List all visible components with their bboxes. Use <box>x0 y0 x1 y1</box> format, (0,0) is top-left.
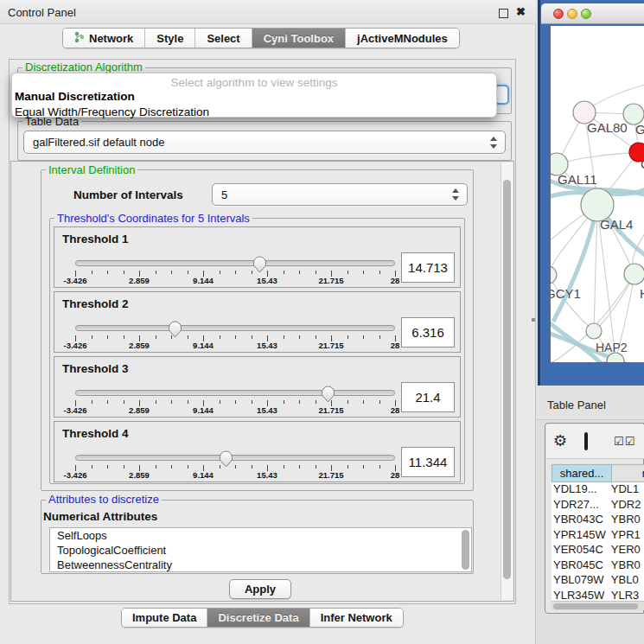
attribute-list-item[interactable]: BetweennessCentrality <box>50 558 471 572</box>
tab-impute-data[interactable]: Impute Data <box>122 609 207 627</box>
column-header-name[interactable]: n <box>612 464 644 482</box>
zoom-traffic-light-icon[interactable] <box>581 9 591 19</box>
tab-infer-network[interactable]: Infer Network <box>310 609 403 627</box>
num-intervals-combo[interactable]: 5 <box>212 183 468 206</box>
close-icon[interactable]: ✖ <box>516 5 526 18</box>
table-row[interactable]: YBR045CYBR0 <box>552 558 644 574</box>
slider-tick <box>363 271 364 274</box>
tab-network[interactable]: Network <box>63 29 145 48</box>
table-horizontal-scrollbar[interactable] <box>552 601 644 610</box>
slider-track[interactable] <box>75 260 395 266</box>
column-header-shared[interactable]: shared... <box>552 464 612 482</box>
threshold-value-field[interactable]: 6.316 <box>401 317 455 348</box>
algorithm-placeholder: Select algorithm to view settings <box>12 73 496 89</box>
tab-jactivemnodules[interactable]: jActiveMNodules <box>346 29 459 48</box>
slider-track[interactable] <box>75 455 395 461</box>
cell-name: YDR2 <box>611 498 644 513</box>
cell-shared-name: YDL19... <box>552 482 611 498</box>
cell-name: YLR3 <box>611 589 644 602</box>
float-window-icon[interactable] <box>499 9 508 18</box>
tab-cyni-toolbox[interactable]: Cyni Toolbox <box>252 29 346 48</box>
cell-shared-name: YBR043C <box>552 513 611 528</box>
threshold-value-field[interactable]: 21.4 <box>401 382 455 412</box>
table-row[interactable]: YLR345WYLR3 <box>552 589 644 602</box>
discretization-algorithm-label: Discretization Algorithm <box>22 61 145 73</box>
slider-tick <box>171 335 172 339</box>
threshold-value-field[interactable]: 11.344 <box>401 447 455 477</box>
slider-tick <box>348 400 348 404</box>
numerical-attributes-list[interactable]: SelfLoopsTopologicalCoefficientBetweenne… <box>49 527 472 572</box>
slider-tick <box>316 335 316 339</box>
attribute-list-item[interactable]: SelfLoops <box>50 528 471 543</box>
table-row[interactable]: YER054CYER0 <box>552 543 644 558</box>
tab-select[interactable]: Select <box>195 29 252 48</box>
interval-definition-label: Interval Definition <box>46 164 137 175</box>
node-hap2[interactable] <box>586 323 602 339</box>
slider-tick <box>107 335 108 339</box>
threshold-box: Threshold 2-3.4262.8599.14415.4321.71528… <box>54 291 461 353</box>
threshold-label: Threshold 1 <box>62 233 129 245</box>
threshold-label: Threshold 2 <box>62 297 129 310</box>
minimize-traffic-light-icon[interactable] <box>567 9 577 19</box>
scrollbar-thumb[interactable] <box>553 603 638 609</box>
slider-tick <box>92 271 92 274</box>
tick-label: 21.715 <box>318 405 343 415</box>
slider-track[interactable] <box>75 325 395 331</box>
algorithm-option[interactable]: Manual Discretization <box>12 89 496 105</box>
table-panel-title: Table Panel <box>547 399 606 411</box>
splitter-grip[interactable] <box>532 318 535 322</box>
cell-shared-name: YPR145W <box>552 528 611 544</box>
network-canvas[interactable]: GAL80GACGAL11GAL4GCY1HHAP2 <box>550 26 644 362</box>
vertical-scrollbar[interactable] <box>501 163 513 600</box>
table-rows: YDL19...YDL1YDR27...YDR2YBR043CYBR0YPR14… <box>552 482 644 601</box>
node-h[interactable] <box>624 264 644 284</box>
gear-icon[interactable]: ⚙ <box>553 431 567 450</box>
table-row[interactable]: YDL19...YDL1 <box>552 482 644 498</box>
tab-discretize-data[interactable]: Discretize Data <box>207 609 309 627</box>
slider-thumb[interactable] <box>168 321 182 338</box>
slider-tick <box>379 400 380 404</box>
threshold-label: Threshold 4 <box>62 427 129 440</box>
node-gcy1[interactable] <box>551 266 557 284</box>
slider-tick <box>235 335 236 339</box>
slider-track[interactable] <box>75 390 395 396</box>
tick-label: 21.715 <box>318 341 343 350</box>
slider-tick <box>188 271 188 274</box>
top-tab-bar: NetworkStyleSelectCyni ToolboxjActiveMNo… <box>62 28 460 48</box>
network-window-titlebar <box>541 3 644 24</box>
slider-thumb[interactable] <box>252 256 267 273</box>
table-row[interactable]: YPR145WYPR1 <box>552 528 644 544</box>
tab-label: Infer Network <box>321 611 392 624</box>
close-traffic-light-icon[interactable] <box>553 9 564 19</box>
slider-tick <box>156 271 156 274</box>
cell-shared-name: YDR27... <box>552 498 611 513</box>
columns-icon[interactable] <box>584 432 588 450</box>
cell-name: YDL1 <box>611 482 644 498</box>
slider-tick <box>124 271 124 274</box>
table-row[interactable]: YBR043CYBR0 <box>552 513 644 528</box>
algorithm-option[interactable]: Equal Width/Frequency Discretization <box>12 105 496 120</box>
attribute-list-item[interactable]: TopologicalCoefficient <box>50 543 471 558</box>
slider-thumb[interactable] <box>321 386 335 403</box>
num-intervals-label: Number of Intervals <box>73 188 183 201</box>
table-header: shared... n <box>552 464 644 482</box>
table-row[interactable]: YDR27...YDR2 <box>552 498 644 513</box>
apply-button[interactable]: Apply <box>229 579 291 599</box>
checkbox-icons[interactable]: ☑☑ <box>614 435 635 448</box>
threshold-box: Threshold 4-3.4262.8599.14415.4321.71528… <box>54 421 461 482</box>
cell-shared-name: YLR345W <box>552 589 611 602</box>
tick-label: -3.426 <box>64 405 87 415</box>
threshold-value-field[interactable]: 14.713 <box>401 252 455 283</box>
node-label: H <box>640 286 644 301</box>
node-label: GA <box>635 122 644 137</box>
tab-style[interactable]: Style <box>145 29 195 48</box>
list-scrollbar-thumb[interactable] <box>462 530 469 570</box>
slider-thumb[interactable] <box>219 450 233 468</box>
tab-label: Impute Data <box>132 611 196 624</box>
table-data-combo[interactable]: galFiltered.sif default node <box>23 131 506 154</box>
slider-tick <box>107 271 108 274</box>
table-row[interactable]: YBL079WYBL0 <box>552 573 644 589</box>
slider-tick <box>316 400 316 404</box>
tab-label: Cyni Toolbox <box>264 32 334 45</box>
scrollbar-thumb[interactable] <box>503 180 511 579</box>
